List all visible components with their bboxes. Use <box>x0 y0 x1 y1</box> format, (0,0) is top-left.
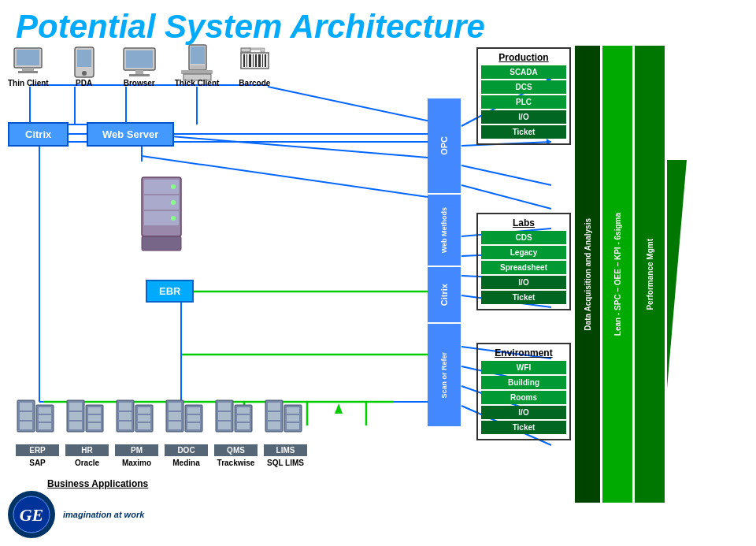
app-doc: DOC Medina <box>165 399 208 467</box>
svg-rect-98 <box>138 407 150 414</box>
labs-header: Labs <box>481 217 566 228</box>
svg-rect-90 <box>88 407 101 414</box>
svg-rect-76 <box>142 236 181 251</box>
svg-rect-45 <box>22 68 34 71</box>
barcode-icon <box>235 47 274 79</box>
svg-rect-99 <box>138 415 150 422</box>
pda-label: PDA <box>76 79 92 87</box>
svg-text:GE: GE <box>20 505 44 525</box>
svg-rect-118 <box>268 403 280 410</box>
lean-spc-panel: Lean - SPC – OEE – KPI - 6sigma <box>602 46 632 503</box>
svg-line-7 <box>142 134 428 158</box>
svg-rect-110 <box>218 403 231 410</box>
app-erp: ERP SAP <box>16 399 59 467</box>
database-icon <box>138 173 185 255</box>
env-rooms: Rooms <box>481 391 566 404</box>
svg-rect-64 <box>255 54 257 67</box>
svg-rect-60 <box>243 54 245 67</box>
browser-icon <box>120 47 159 79</box>
svg-rect-80 <box>20 422 32 429</box>
svg-rect-114 <box>237 407 250 414</box>
svg-rect-100 <box>138 423 150 429</box>
svg-rect-106 <box>187 407 200 414</box>
svg-rect-48 <box>77 50 91 67</box>
env-building: Building <box>481 376 566 389</box>
env-io: I/O <box>481 406 566 419</box>
labs-legacy: Legacy <box>481 246 566 259</box>
svg-rect-124 <box>287 423 299 429</box>
labs-cds: CDS <box>481 231 566 244</box>
svg-rect-59 <box>241 53 269 69</box>
svg-rect-108 <box>187 423 200 429</box>
svg-rect-103 <box>169 412 181 420</box>
svg-rect-116 <box>237 423 250 429</box>
svg-rect-46 <box>18 71 38 73</box>
device-thick-client: Thick Client <box>175 47 220 87</box>
svg-rect-123 <box>287 415 299 422</box>
citrix-segment: Citrix <box>428 267 461 322</box>
svg-rect-83 <box>39 415 51 422</box>
labs-spreadsheet: Spreadsheet <box>481 261 566 274</box>
svg-line-31 <box>461 185 551 209</box>
svg-rect-55 <box>191 46 205 64</box>
thick-client-label: Thick Client <box>175 79 220 87</box>
svg-rect-107 <box>187 415 200 422</box>
svg-rect-68 <box>241 48 250 52</box>
prod-dcs: DCS <box>481 80 566 94</box>
svg-rect-104 <box>169 422 181 429</box>
thin-client-label: Thin Client <box>8 79 49 87</box>
svg-line-30 <box>461 165 551 185</box>
svg-rect-87 <box>69 412 82 420</box>
prod-io: I/O <box>481 110 566 124</box>
app-qms: QMS Trackwise <box>214 399 258 467</box>
env-ticket: Ticket <box>481 421 566 434</box>
labs-ticket: Ticket <box>481 291 566 304</box>
device-browser: Browser <box>120 47 159 87</box>
svg-rect-63 <box>253 54 254 67</box>
wedge-shape <box>667 160 687 388</box>
app-pm: PM Maximo <box>115 399 158 467</box>
thick-client-icon <box>177 47 217 79</box>
ebr-box: EBR <box>146 280 194 303</box>
scan-segment: Scan or Refer <box>428 324 461 426</box>
svg-rect-65 <box>258 54 261 67</box>
production-header: Production <box>481 52 566 63</box>
svg-rect-78 <box>20 403 32 410</box>
env-wfi: WFI <box>481 361 566 374</box>
ge-logo: GE imagination at work <box>8 491 144 538</box>
svg-rect-96 <box>119 422 132 429</box>
svg-point-74 <box>171 200 176 205</box>
svg-rect-115 <box>237 415 250 422</box>
svg-rect-53 <box>129 74 150 76</box>
svg-marker-42 <box>335 403 343 414</box>
svg-rect-111 <box>218 412 231 420</box>
svg-point-49 <box>82 71 87 76</box>
svg-point-75 <box>171 216 176 221</box>
barcode-label: Barcode <box>239 79 270 87</box>
environment-header: Environment <box>481 347 566 358</box>
svg-rect-56 <box>191 65 205 69</box>
svg-rect-88 <box>69 422 82 429</box>
opc-segment: OPC <box>428 98 461 193</box>
citrix-box: Citrix <box>8 122 69 147</box>
labs-io: I/O <box>481 276 566 289</box>
svg-rect-92 <box>88 423 101 429</box>
data-acquisition-panel: Data Acquisition and Analysis <box>575 46 600 503</box>
business-apps-title: Business Applications <box>47 478 148 489</box>
svg-rect-62 <box>249 54 251 67</box>
device-thin-client: Thin Client <box>8 47 49 87</box>
svg-rect-57 <box>181 70 213 74</box>
thin-client-icon <box>9 47 48 79</box>
svg-rect-51 <box>126 50 153 68</box>
production-section: Production SCADA DCS PLC I/O Ticket <box>476 47 571 145</box>
svg-rect-94 <box>119 403 132 410</box>
app-hr: HR Oracle <box>65 399 109 467</box>
svg-rect-61 <box>246 54 247 67</box>
svg-rect-102 <box>169 403 181 410</box>
svg-rect-82 <box>39 407 51 414</box>
svg-rect-86 <box>69 403 82 410</box>
browser-label: Browser <box>124 79 155 87</box>
business-apps-row: ERP SAP HR Oracle PM Maximo <box>16 399 307 467</box>
prod-plc: PLC <box>481 95 566 109</box>
svg-line-4 <box>268 87 445 124</box>
